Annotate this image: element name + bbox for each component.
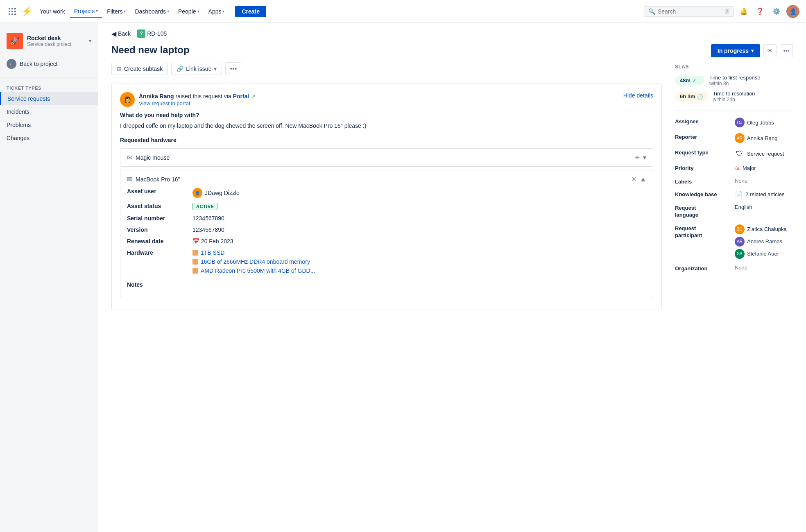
assignee-label: Assignee <box>675 118 728 125</box>
breadcrumb: ◀ Back ? RD-105 <box>98 23 806 44</box>
notes-label: Notes <box>127 281 646 291</box>
subtask-icon: ⊞ <box>117 66 122 72</box>
participant-avatar-2: AR <box>735 237 745 247</box>
view-portal-link[interactable]: View request in portal <box>139 100 256 106</box>
hardware-item-magic-mouse: ✉ Magic mouse ✳ ▾ <box>120 148 653 167</box>
nav-projects[interactable]: Projects ▾ <box>70 5 102 18</box>
sidebar-top-actions: In progress ▾ 👁 ••• <box>675 44 793 57</box>
main-layout: 🚀 Rocket desk Service desk project ▾ ← B… <box>0 23 806 532</box>
hide-details-button[interactable]: Hide details <box>623 92 653 99</box>
request-participant-value: ZC Zlatica Chalupka AR Andres Ramos SA S… <box>735 224 793 259</box>
request-type-field: Request type 🛡 Service request <box>675 149 793 158</box>
back-arrow-icon: ← <box>7 59 16 69</box>
knowledge-base-articles: 2 related articles <box>745 191 784 197</box>
chevron-down-icon[interactable]: ▾ <box>643 154 646 161</box>
request-language-value: English <box>735 204 793 210</box>
priority-value: ≋ Major <box>735 164 793 172</box>
version-row: Version 1234567890 <box>127 226 646 233</box>
participant-avatar-1: ZC <box>735 224 745 234</box>
knowledge-base-icon: 📄 <box>735 190 743 198</box>
email-icon: ✉ <box>127 154 132 161</box>
create-subtask-button[interactable]: ⊞ Create subtask <box>111 63 168 75</box>
hw-tag-dot-2 <box>192 259 198 265</box>
user-avatar[interactable]: 👤 <box>786 5 799 18</box>
sidebar: 🚀 Rocket desk Service desk project ▾ ← B… <box>0 23 98 532</box>
ellipsis-icon: ••• <box>783 48 790 54</box>
more-options-button[interactable]: ••• <box>780 44 793 57</box>
knowledge-base-label: Knowledge base <box>675 190 728 197</box>
nav-dashboards[interactable]: Dashboards ▾ <box>131 6 173 17</box>
request-meta: Annika Rang raised this request via Port… <box>139 93 256 106</box>
create-button[interactable]: Create <box>235 6 266 17</box>
issue-main-panel: Need new laptop ⊞ Create subtask 🔗 Link … <box>111 44 662 317</box>
back-to-project-button[interactable]: ← Back to project <box>0 56 98 72</box>
search-input[interactable] <box>658 8 722 15</box>
reporter-value: AR Annika Rang <box>735 133 793 143</box>
hardware-item-macbook: ✉ MacBook Pro 16" ✳ ▲ Asset user <box>120 170 653 298</box>
ticket-id: RD-105 <box>147 30 167 37</box>
main-content: ◀ Back ? RD-105 Need new laptop ⊞ Create… <box>98 23 806 532</box>
chevron-up-icon[interactable]: ▲ <box>640 176 646 183</box>
link-issue-button[interactable]: 🔗 Link issue ▾ <box>171 63 222 75</box>
knowledge-base-value: 📄 2 related articles <box>735 190 793 198</box>
hw-tag-link-1[interactable]: 1TB SSD <box>201 249 224 256</box>
grid-menu-icon[interactable] <box>7 6 18 17</box>
request-language-field: Requestlanguage English <box>675 204 793 219</box>
problems-label: Problems <box>7 122 31 128</box>
reporter-label: Reporter <box>675 133 728 140</box>
hardware-tags: 1TB SSD 16GB of 2666MHz DDR4 onboard mem… <box>192 249 315 276</box>
hardware-item-magic-mouse-header[interactable]: ✉ Magic mouse ✳ ▾ <box>120 149 653 166</box>
hw-item-actions: ✳ ▾ <box>634 154 646 161</box>
people-chevron-icon: ▾ <box>197 9 199 14</box>
hw-tag-2: 16GB of 2666MHz DDR4 onboard memory <box>192 258 315 265</box>
asset-user-info: 👤 JDawg Dizzle <box>192 188 240 198</box>
labels-label: Labels <box>675 178 728 185</box>
status-button[interactable]: In progress ▾ <box>711 44 760 57</box>
watch-button[interactable]: 👁 <box>763 44 777 57</box>
unlink-icon-2[interactable]: ✳ <box>631 175 636 183</box>
app-logo[interactable]: ⚡ <box>21 6 32 17</box>
link-icon: 🔗 <box>177 66 183 72</box>
search-icon: 🔍 <box>648 8 655 15</box>
notifications-button[interactable]: 🔔 <box>737 5 750 18</box>
help-button[interactable]: ❓ <box>754 5 767 18</box>
unlink-icon[interactable]: ✳ <box>634 154 640 161</box>
hardware-item-macbook-header[interactable]: ✉ MacBook Pro 16" ✳ ▲ <box>120 170 653 188</box>
sla-info-2: Time to resolution within 24h <box>713 91 755 102</box>
hw-item-left-macbook: ✉ MacBook Pro 16" <box>127 175 180 183</box>
incidents-label: Incidents <box>7 109 29 115</box>
sidebar-item-incidents[interactable]: Incidents <box>0 105 98 118</box>
asset-status-row: Asset status ACTIVE <box>127 203 646 210</box>
hw-tag-link-3[interactable]: AMD Radeon Pro 5500M with 4GB of GDD... <box>201 267 315 274</box>
sidebar-item-changes[interactable]: Changes <box>0 131 98 145</box>
nav-filters[interactable]: Filters ▾ <box>103 6 130 17</box>
requested-hw-label: Requested hardware <box>120 137 653 143</box>
request-raised-text: Annika Rang raised this request via Port… <box>139 93 256 100</box>
nav-your-work[interactable]: Your work <box>36 6 69 17</box>
portal-link[interactable]: Portal <box>233 93 249 100</box>
request-question: What do you need help with? <box>120 112 653 118</box>
apps-chevron-icon: ▾ <box>222 9 224 14</box>
hw-tag-1: 1TB SSD <box>192 249 315 256</box>
create-subtask-label: Create subtask <box>124 66 163 72</box>
priority-icon: ≋ <box>735 164 740 172</box>
nav-apps[interactable]: Apps ▾ <box>204 6 229 17</box>
participant-1: ZC Zlatica Chalupka <box>735 224 787 234</box>
hw-tag-link-2[interactable]: 16GB of 2666MHz DDR4 onboard memory <box>201 258 310 265</box>
link-chevron-icon: ▾ <box>214 66 217 72</box>
sidebar-item-service-requests[interactable]: Service requests <box>0 92 98 105</box>
nav-people[interactable]: People ▾ <box>174 6 204 17</box>
more-actions-button[interactable]: ••• <box>225 62 241 75</box>
reporter-name: Annika Rang <box>747 135 777 141</box>
back-button[interactable]: ◀ Back <box>111 30 131 38</box>
ticket-breadcrumb[interactable]: ? RD-105 <box>137 29 167 38</box>
settings-button[interactable]: ⚙️ <box>770 5 783 18</box>
sla-clock-icon: 🕐 <box>697 94 703 100</box>
sidebar-item-problems[interactable]: Problems <box>0 118 98 131</box>
status-label: In progress <box>718 48 749 54</box>
project-header[interactable]: 🚀 Rocket desk Service desk project ▾ <box>0 29 98 56</box>
labels-field: Labels None <box>675 178 793 185</box>
search-box[interactable]: 🔍 / <box>644 6 734 17</box>
sla-time-value-1: 48m <box>680 77 691 84</box>
project-type: Service desk project <box>27 41 85 47</box>
